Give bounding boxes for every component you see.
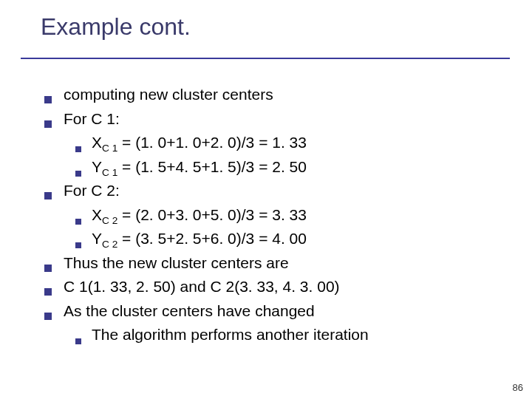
list-item: XC 1 = (1. 0+1. 0+2. 0)/3 = 1. 33 [75,131,502,155]
var-y: Y [92,230,102,247]
body-text: The algorithm performs another iteration [92,323,502,347]
var-x: X [92,206,102,223]
slide: Example cont. computing new cluster cent… [0,0,532,399]
square-bullet-icon [44,120,52,128]
var-x: X [92,134,102,151]
square-bullet-icon [75,338,81,344]
subscript: C 1 [102,167,117,178]
square-bullet-icon [44,96,52,103]
title-rule [21,58,510,59]
subscript: C 2 [102,215,117,226]
body-text: For C 1: [64,107,502,132]
square-bullet-icon [75,146,81,152]
body-text: C 1(1. 33, 2. 50) and C 2(3. 33, 4. 3. 0… [64,275,502,299]
body-text: For C 2: [64,179,502,203]
expr: = (1. 5+4. 5+1. 5)/3 = 2. 50 [117,158,307,175]
square-bullet-icon [75,171,81,177]
list-item: XC 2 = (2. 0+3. 0+5. 0)/3 = 3. 33 [75,203,502,228]
body-text: computing new cluster centers [64,83,502,107]
square-bullet-icon [44,265,52,272]
body-text: YC 1 = (1. 5+4. 5+1. 5)/3 = 2. 50 [92,155,502,180]
list-item: Thus the new cluster centers are [44,251,502,276]
expr: = (3. 5+2. 5+6. 0)/3 = 4. 00 [117,230,307,247]
slide-content: computing new cluster centers For C 1: X… [44,83,502,347]
expr: = (2. 0+3. 0+5. 0)/3 = 3. 33 [117,206,307,223]
list-item: For C 2: [44,179,502,203]
list-item: For C 1: [44,107,502,132]
body-text: As the cluster centers have changed [64,299,502,324]
subscript: C 2 [102,239,117,250]
list-item: The algorithm performs another iteration [75,323,502,347]
square-bullet-icon [44,288,52,296]
square-bullet-icon [75,219,81,225]
subscript: C 1 [102,143,117,154]
body-text: XC 1 = (1. 0+1. 0+2. 0)/3 = 1. 33 [92,131,502,155]
body-text: XC 2 = (2. 0+3. 0+5. 0)/3 = 3. 33 [92,203,502,228]
page-number: 86 [513,382,523,393]
slide-title: Example cont. [41,13,191,41]
list-item: computing new cluster centers [44,83,502,107]
square-bullet-icon [44,313,52,320]
var-y: Y [92,158,102,175]
list-item: YC 2 = (3. 5+2. 5+6. 0)/3 = 4. 00 [75,227,502,251]
square-bullet-icon [75,242,81,248]
body-text: Thus the new cluster centers are [64,251,502,276]
square-bullet-icon [44,192,52,200]
list-item: C 1(1. 33, 2. 50) and C 2(3. 33, 4. 3. 0… [44,275,502,299]
body-text: YC 2 = (3. 5+2. 5+6. 0)/3 = 4. 00 [92,227,502,251]
list-item: As the cluster centers have changed [44,299,502,324]
list-item: YC 1 = (1. 5+4. 5+1. 5)/3 = 2. 50 [75,155,502,180]
expr: = (1. 0+1. 0+2. 0)/3 = 1. 33 [117,134,307,151]
